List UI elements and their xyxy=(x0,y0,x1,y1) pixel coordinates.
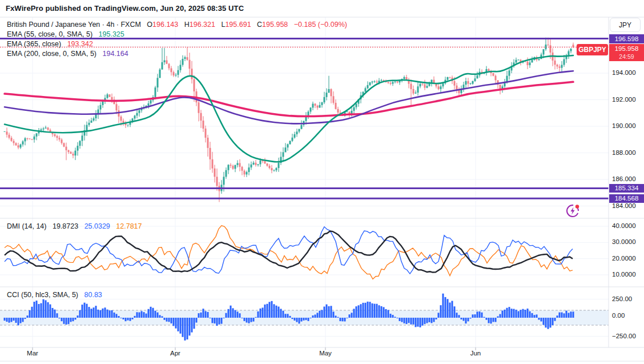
resistance-level-badge: 196.598 xyxy=(609,34,644,43)
last-price-badge: 195.958 24:59 xyxy=(609,44,644,61)
price-tick-label: 192.000 xyxy=(612,96,636,103)
price-tick-label: 188.000 xyxy=(612,149,636,156)
high-value: 196.321 xyxy=(190,21,215,29)
month-label-mar: Mar xyxy=(27,350,38,357)
ema365-legend-row[interactable]: EMA (365, close) 193.342 xyxy=(7,40,93,48)
ema365-label: EMA (365, close) xyxy=(7,40,61,48)
bar-countdown: 24:59 xyxy=(609,53,644,61)
dmi-tick-label: 20.0000 xyxy=(612,255,636,262)
symbol-legend-row[interactable]: British Pound / Japanese Yen · 4h · FXCM… xyxy=(7,21,347,29)
notification-dot xyxy=(575,205,579,208)
ema55-value: 195.325 xyxy=(99,30,124,38)
symbol-title: British Pound / Japanese Yen · 4h · FXCM xyxy=(7,21,141,29)
dmi-plus-di-value: 25.0329 xyxy=(84,222,110,230)
ema200-value: 194.164 xyxy=(103,50,128,58)
ema55-legend-row[interactable]: EMA (55, close, 0, SMA, 5) 195.325 xyxy=(7,30,124,38)
dmi-tick-label: 40.0000 xyxy=(612,222,636,229)
price-tick-label: 190.000 xyxy=(612,122,636,129)
flash-boost-icon[interactable] xyxy=(564,202,582,220)
ema200-label: EMA (200, close, 0, SMA, 5) xyxy=(7,50,96,58)
ema365-value: 193.342 xyxy=(67,40,93,48)
dmi-tick-label: 30.0000 xyxy=(612,238,636,245)
low-value: 195.691 xyxy=(225,21,251,29)
month-label-jun: Jun xyxy=(470,350,481,357)
change-value: −0.185 (−0.09%) xyxy=(294,21,347,29)
ema55-label: EMA (55, close, 0, SMA, 5) xyxy=(7,30,92,38)
month-label-may: May xyxy=(319,350,332,357)
dmi-tick-label: 10.0000 xyxy=(612,271,636,278)
currency-unit-button[interactable]: JPY xyxy=(610,18,641,32)
cci-tick-label: 250.00 xyxy=(612,295,632,302)
symbol-price-label-badge: GBPJPY xyxy=(577,44,608,55)
month-label-apr: Apr xyxy=(170,350,180,357)
cci-value: 80.83 xyxy=(84,291,102,299)
high-label: H xyxy=(184,21,190,29)
last-price-value: 195.958 xyxy=(609,45,644,53)
cci-tick-label: −250.00 xyxy=(612,333,636,339)
dmi-minus-di-value: 12.7817 xyxy=(116,222,142,230)
close-value: 195.958 xyxy=(262,21,288,29)
dmi-legend-row[interactable]: DMI (14, 14) 19.8723 25.0329 12.7817 xyxy=(7,222,142,230)
cci-tick-label: 0.00 xyxy=(612,312,625,319)
lightning-bolt-glyph xyxy=(571,207,575,215)
close-label: C xyxy=(257,21,262,29)
dmi-adx-value: 19.8723 xyxy=(53,222,78,230)
support-level-badge-2: 184.568 xyxy=(609,194,644,203)
open-value: 196.143 xyxy=(152,21,178,29)
open-label: O xyxy=(147,21,152,29)
cci-title: CCI (50, hlc3, SMA, 5) xyxy=(7,291,78,299)
price-tick-label: 194.000 xyxy=(612,69,636,76)
cci-legend-row[interactable]: CCI (50, hlc3, SMA, 5) 80.83 xyxy=(7,291,102,299)
chart-widget: FxWirePro published on TradingView.com, … xyxy=(0,0,644,364)
price-tick-label: 186.000 xyxy=(612,175,636,182)
support-level-badge-1: 185.334 xyxy=(609,184,644,193)
ema200-legend-row[interactable]: EMA (200, close, 0, SMA, 5) 194.164 xyxy=(7,50,128,58)
price-tick-label: 184.000 xyxy=(612,202,636,209)
dmi-title: DMI (14, 14) xyxy=(7,222,46,230)
